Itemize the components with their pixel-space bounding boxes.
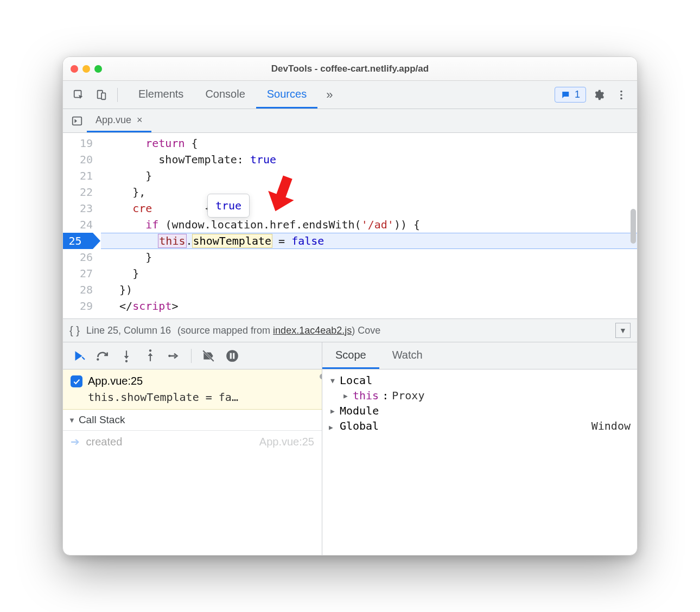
- source-tab-filename: App.vue: [96, 114, 131, 126]
- scope-module[interactable]: ▶ Module: [329, 404, 631, 417]
- triangle-right-icon: ▶: [329, 407, 336, 415]
- resume-icon[interactable]: [68, 346, 89, 366]
- code-editor[interactable]: 192021222324252627282930 true return { s…: [63, 133, 637, 318]
- deactivate-breakpoints-icon[interactable]: [198, 346, 219, 366]
- tab-scope[interactable]: Scope: [322, 342, 379, 369]
- step-over-icon[interactable]: [92, 346, 113, 366]
- line-number[interactable]: 21: [63, 168, 93, 184]
- tab-elements[interactable]: Elements: [128, 81, 194, 109]
- device-toolbar-icon[interactable]: [91, 85, 112, 105]
- triangle-down-icon: ▼: [68, 416, 75, 424]
- more-icon[interactable]: [611, 85, 632, 105]
- svg-rect-2: [101, 93, 105, 99]
- step-icon[interactable]: [164, 346, 184, 366]
- tab-sources[interactable]: Sources: [256, 81, 317, 109]
- code-content[interactable]: true return { showTemplate: true } }, cr…: [101, 133, 637, 318]
- svg-rect-14: [233, 353, 234, 359]
- debugger-toolbar: Scope Watch: [63, 342, 637, 369]
- pretty-print-icon[interactable]: { }: [69, 324, 80, 337]
- inspect-element-icon[interactable]: [68, 85, 89, 105]
- pause-location: App.vue:25: [88, 375, 143, 387]
- callstack-label: Call Stack: [79, 414, 125, 426]
- svg-point-12: [226, 350, 238, 362]
- source-map-info: (source mapped from index.1ac4eab2.js) C…: [177, 325, 380, 336]
- tab-watch[interactable]: Watch: [379, 342, 436, 369]
- svg-point-4: [620, 94, 622, 96]
- svg-point-8: [97, 358, 99, 360]
- line-number[interactable]: 23: [63, 200, 93, 216]
- scope-this[interactable]: ▶ this: Proxy: [329, 389, 631, 402]
- step-out-icon[interactable]: [140, 346, 161, 366]
- bottom-panels: App.vue:25 this.showTemplate = fa… ▼ Cal…: [63, 369, 637, 555]
- tab-console[interactable]: Console: [194, 81, 256, 109]
- window-titlebar: DevTools - coffee-cart.netlify.app/ad: [63, 57, 637, 81]
- source-map-link[interactable]: index.1ac4eab2.js: [273, 325, 352, 336]
- scope-global[interactable]: ▶ Global Window: [329, 419, 631, 432]
- stack-frame-location: App.vue:25: [259, 436, 314, 448]
- navigator-toggle-icon[interactable]: [67, 109, 87, 132]
- code-line[interactable]: </script>: [101, 298, 637, 314]
- breakpoint-checkbox[interactable]: [71, 375, 82, 387]
- callstack-panel: App.vue:25 this.showTemplate = fa… ▼ Cal…: [63, 369, 322, 555]
- debug-separator: [191, 349, 192, 363]
- svg-point-10: [149, 349, 151, 352]
- triangle-right-icon: ▶: [342, 392, 349, 400]
- line-number[interactable]: 19: [63, 135, 93, 151]
- line-number-gutter[interactable]: 192021222324252627282930: [63, 133, 101, 318]
- paused-at-breakpoint[interactable]: App.vue:25 this.showTemplate = fa…: [63, 369, 322, 410]
- panel-tabs: Elements Console Sources: [128, 81, 317, 109]
- svg-point-9: [125, 360, 128, 362]
- close-window-button[interactable]: [71, 65, 78, 73]
- traffic-lights: [71, 65, 102, 73]
- code-line[interactable]: }): [101, 282, 637, 298]
- callstack-section-header[interactable]: ▼ Call Stack: [63, 410, 322, 431]
- code-line[interactable]: showTemplate: true: [101, 151, 637, 168]
- code-line[interactable]: }: [101, 168, 637, 184]
- main-toolbar: Elements Console Sources » 1: [63, 81, 637, 109]
- close-tab-icon[interactable]: ×: [137, 114, 143, 126]
- svg-point-5: [620, 97, 622, 99]
- window-title: DevTools - coffee-cart.netlify.app/ad: [63, 63, 637, 74]
- code-line[interactable]: cre {: [101, 200, 637, 216]
- debug-controls: [63, 342, 322, 369]
- source-tab-app-vue[interactable]: App.vue ×: [87, 109, 151, 132]
- settings-icon[interactable]: [588, 85, 609, 105]
- triangle-down-icon: ▼: [329, 377, 336, 385]
- line-number[interactable]: 27: [63, 265, 93, 282]
- scope-local[interactable]: ▼ Local: [329, 374, 631, 387]
- tabs-overflow-button[interactable]: »: [320, 88, 339, 102]
- line-number[interactable]: 28: [63, 282, 93, 298]
- code-line[interactable]: }: [101, 249, 637, 265]
- code-line[interactable]: return {: [101, 135, 637, 151]
- line-number[interactable]: 29: [63, 298, 93, 314]
- issues-badge[interactable]: 1: [555, 87, 586, 103]
- code-line[interactable]: },: [101, 184, 637, 200]
- pause-code-preview: this.showTemplate = fa…: [71, 391, 314, 404]
- line-number[interactable]: 20: [63, 151, 93, 168]
- svg-point-3: [620, 90, 622, 92]
- toolbar-separator: [117, 88, 118, 102]
- line-number[interactable]: 30: [63, 314, 93, 318]
- line-number[interactable]: 26: [63, 249, 93, 265]
- line-number[interactable]: 22: [63, 184, 93, 200]
- triangle-right-icon: ▶: [329, 423, 333, 431]
- scrollbar-thumb[interactable]: [631, 209, 636, 244]
- fullscreen-window-button[interactable]: [94, 65, 102, 73]
- code-line[interactable]: this.showTemplate = false: [101, 233, 637, 249]
- code-line[interactable]: }: [101, 265, 637, 282]
- svg-point-11: [168, 354, 170, 356]
- source-tabstrip: App.vue ×: [63, 109, 637, 133]
- stack-frame[interactable]: ➔ created App.vue:25: [63, 431, 322, 452]
- value-hover-tooltip: true: [207, 194, 250, 218]
- code-line[interactable]: if (wndow.location.href.endsWith('/ad'))…: [101, 216, 637, 233]
- code-line[interactable]: [101, 314, 637, 318]
- line-number[interactable]: 25: [63, 233, 93, 249]
- minimize-window-button[interactable]: [82, 65, 90, 73]
- line-number[interactable]: 24: [63, 216, 93, 233]
- svg-rect-7: [82, 356, 85, 360]
- status-overflow-icon[interactable]: ▼: [615, 323, 631, 338]
- pause-exceptions-icon[interactable]: [222, 346, 243, 366]
- current-frame-icon: ➔: [71, 436, 80, 448]
- cursor-position: Line 25, Column 16: [86, 325, 171, 336]
- step-into-icon[interactable]: [116, 346, 137, 366]
